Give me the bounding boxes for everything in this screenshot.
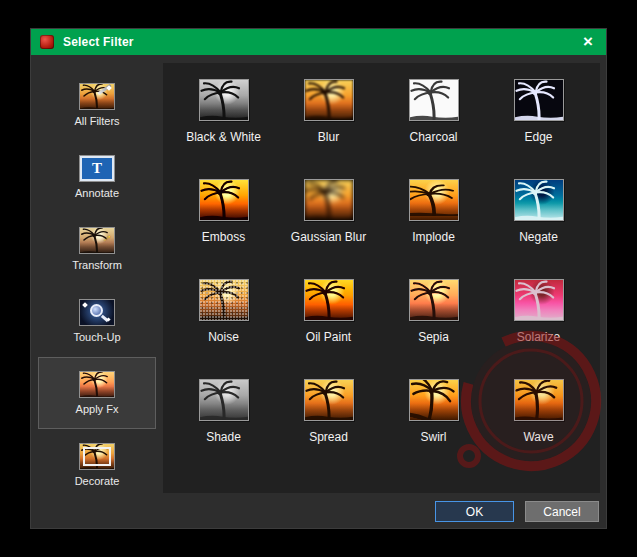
filter-thumbnail [409,179,459,221]
filter-thumbnail [304,79,354,121]
filter-item-implode[interactable]: Implode [381,171,486,271]
text-letter-icon: T [92,161,102,176]
filter-item-spread[interactable]: Spread [276,371,381,471]
filter-thumbnail [409,79,459,121]
annotate-icon: T [79,155,115,182]
decorate-icon [79,443,115,470]
filter-grid-panel: Black & White Blur Charcoal Edge Emboss … [163,63,600,493]
filter-label: Blur [318,130,339,144]
app-logo-icon [40,35,54,49]
filter-item-black-white[interactable]: Black & White [171,71,276,171]
filter-item-blur[interactable]: Blur [276,71,381,171]
filter-thumbnail [409,379,459,421]
filter-item-shade[interactable]: Shade [171,371,276,471]
dialog-title: Select Filter [63,35,576,49]
sidebar-item-label: Apply Fx [76,403,119,415]
sidebar-item-label: Transform [72,259,122,271]
filter-label: Shade [206,430,241,444]
filter-label: Sepia [418,330,449,344]
filter-thumbnail [304,179,354,221]
sidebar-item-transform[interactable]: → Transform [38,213,156,285]
filter-label: Edge [524,130,552,144]
filter-item-negate[interactable]: Negate [486,171,591,271]
filter-grid: Black & White Blur Charcoal Edge Emboss … [163,63,600,471]
titlebar: Select Filter × [31,29,606,55]
sidebar-item-touch-up[interactable]: Touch-Up [38,285,156,357]
filter-label: Noise [208,330,239,344]
select-filter-dialog: Select Filter × All Filters T Annotate →… [30,28,607,529]
filter-item-swirl[interactable]: Swirl [381,371,486,471]
apply-fx-icon [79,371,115,398]
ok-button[interactable]: OK [435,501,514,522]
filter-item-solarize[interactable]: Solarize [486,271,591,371]
filter-label: Wave [523,430,553,444]
all-filters-icon [79,83,115,110]
filter-item-noise[interactable]: Noise [171,271,276,371]
touch-up-icon [79,299,115,326]
filter-thumbnail [514,179,564,221]
category-sidebar: All Filters T Annotate → Transform Touch… [31,55,163,528]
filter-label: Charcoal [409,130,457,144]
sidebar-item-label: Annotate [75,187,119,199]
filter-thumbnail [199,179,249,221]
filter-thumbnail [409,279,459,321]
filter-thumbnail [304,279,354,321]
filter-label: Gaussian Blur [291,230,366,244]
cancel-button[interactable]: Cancel [525,501,599,522]
filter-item-wave[interactable]: Wave [486,371,591,471]
filter-item-oil-paint[interactable]: Oil Paint [276,271,381,371]
filter-thumbnail [514,79,564,121]
filter-thumbnail [199,79,249,121]
sparkle-icon [106,317,110,321]
sidebar-item-apply-fx[interactable]: Apply Fx [38,357,156,429]
filter-label: Swirl [421,430,447,444]
filter-item-edge[interactable]: Edge [486,71,591,171]
sparkle-icon [82,302,88,308]
transform-icon: → [79,227,115,254]
filter-label: Implode [412,230,455,244]
filter-thumbnail [199,279,249,321]
filter-item-gaussian-blur[interactable]: Gaussian Blur [276,171,381,271]
filter-label: Oil Paint [306,330,351,344]
filter-label: Spread [309,430,348,444]
close-icon[interactable]: × [576,29,600,55]
filter-label: Emboss [202,230,245,244]
filter-item-charcoal[interactable]: Charcoal [381,71,486,171]
filter-label: Black & White [186,130,261,144]
filter-item-sepia[interactable]: Sepia [381,271,486,371]
filter-thumbnail [514,279,564,321]
sidebar-item-label: Touch-Up [73,331,120,343]
filter-item-emboss[interactable]: Emboss [171,171,276,271]
sidebar-item-label: All Filters [74,115,119,127]
filter-thumbnail [514,379,564,421]
filter-label: Negate [519,230,558,244]
sidebar-item-annotate[interactable]: T Annotate [38,141,156,213]
sidebar-item-all-filters[interactable]: All Filters [38,69,156,141]
filter-label: Solarize [517,330,560,344]
filter-thumbnail [304,379,354,421]
filter-thumbnail [199,379,249,421]
sidebar-item-decorate[interactable]: Decorate [38,429,156,501]
sidebar-item-label: Decorate [75,475,120,487]
